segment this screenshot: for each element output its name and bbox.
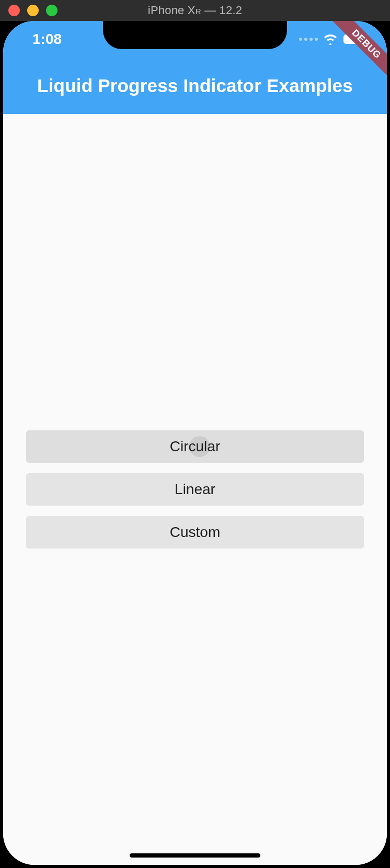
device-notch [103, 21, 287, 49]
wifi-icon [323, 33, 338, 45]
device-screen: DEBUG 1:08 Liquid Progress Indicator Exa… [3, 21, 387, 865]
minimize-window-button[interactable] [27, 5, 39, 16]
device-frame: DEBUG 1:08 Liquid Progress Indicator Exa… [0, 21, 390, 868]
linear-button[interactable]: Linear [26, 473, 364, 506]
page-title: Liquid Progress Indicator Examples [37, 75, 353, 96]
simulator-titlebar: iPhone XR — 12.2 [0, 0, 390, 21]
signal-icon [299, 38, 318, 41]
body-area: Circular Linear Custom [3, 114, 387, 865]
button-label: Linear [175, 481, 215, 498]
custom-button[interactable]: Custom [26, 516, 364, 549]
window-controls [8, 5, 58, 16]
close-window-button[interactable] [8, 5, 20, 16]
circular-button[interactable]: Circular [26, 430, 364, 463]
touch-ripple [189, 436, 210, 457]
simulator-title: iPhone XR — 12.2 [148, 4, 242, 17]
status-time: 1:08 [32, 31, 62, 48]
home-indicator[interactable] [130, 853, 260, 858]
button-label: Custom [170, 524, 220, 541]
appbar-title-row: Liquid Progress Indicator Examples [3, 58, 387, 114]
fullscreen-window-button[interactable] [46, 5, 58, 16]
